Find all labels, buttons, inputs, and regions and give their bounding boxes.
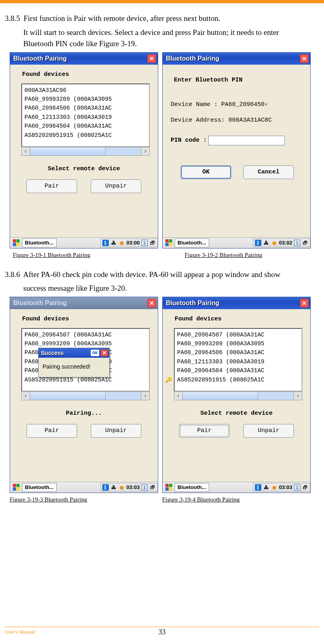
hscrollbar-3[interactable]: ‹ › [21, 391, 150, 400]
scroll-thumb[interactable] [30, 147, 106, 155]
windows-tray-icon[interactable]: 🗗 [302, 484, 308, 491]
pin-code-input[interactable] [208, 136, 285, 145]
svg-rect-15 [169, 487, 172, 491]
unpair-button-4[interactable]: Unpair [243, 424, 294, 438]
scroll-left-icon[interactable]: ‹ [174, 391, 183, 400]
wifi-icon[interactable]: ◉ [118, 240, 125, 246]
network-icon[interactable]: 🖧 [110, 484, 117, 491]
bluetooth-icon[interactable]: ᛒ [102, 240, 109, 246]
popup-ok-button[interactable]: OK [91, 350, 99, 356]
windows-tray-icon[interactable]: 🗗 [302, 240, 308, 246]
scroll-thumb[interactable] [183, 392, 258, 400]
scroll-right-icon[interactable]: › [141, 147, 150, 156]
top-orange-bar [0, 0, 324, 3]
cancel-button[interactable]: Cancel [243, 165, 294, 179]
found-devices-label-1: Found devices [22, 71, 155, 78]
close-button-1[interactable]: ✕ [147, 54, 156, 63]
svg-rect-9 [16, 484, 20, 487]
select-remote-label-4: Select remote device [166, 410, 307, 417]
device-item[interactable]: PA60_20964506 (000A3A31AC [24, 104, 149, 112]
hscrollbar-1[interactable]: ‹ › [21, 147, 150, 156]
scroll-track[interactable] [30, 147, 141, 156]
device-item[interactable]: AS852020951915 (008025A1C [177, 375, 302, 384]
svg-rect-6 [165, 243, 169, 246]
start-icon[interactable] [164, 238, 174, 247]
tray-2: ᛒ 🖧 ◉ 03:02 1 🗗 [253, 238, 310, 247]
bluetooth-icon[interactable]: ᛒ [102, 484, 109, 491]
input-indicator-icon[interactable]: 1 [294, 484, 300, 491]
figures-row-2: Bluetooth Pairing ✕ Found devices PA60_2… [10, 297, 319, 503]
hscrollbar-4[interactable]: ‹ › [174, 391, 302, 400]
device-item[interactable]: 000A3A31AC96 [24, 86, 149, 95]
device-list-4[interactable]: PA60_20964507 (000A3A31AC PA60_99993209 … [174, 328, 302, 391]
caption-1: Figure 3-19-1 Bluetooth Pairing [13, 252, 158, 259]
network-icon[interactable]: 🖧 [263, 240, 269, 246]
taskbar-task-3[interactable]: Bluetooth... [22, 483, 57, 492]
device-item[interactable]: PA60_99993209 (000A3A3095 [24, 95, 149, 104]
scroll-track[interactable] [183, 391, 293, 400]
clock-2: 03:02 [279, 240, 292, 246]
network-icon[interactable]: 🖧 [263, 484, 269, 491]
clock-1: 03:00 [126, 240, 140, 246]
pair-button-3[interactable]: Pair [26, 424, 77, 438]
titlebar-3-inactive: Bluetooth Pairing ✕ [10, 297, 158, 309]
pair-button-1[interactable]: Pair [26, 179, 77, 193]
start-icon[interactable] [12, 483, 21, 492]
device-item[interactable]: PA60_12113303 (000A3A3019 [24, 113, 149, 122]
success-popup: Success OK ✕ Pairing succeeded! [38, 348, 110, 377]
input-indicator-icon[interactable]: 1 [141, 240, 148, 246]
device-item[interactable]: PA60_20964504 (000A3A31AC [24, 122, 149, 130]
ok-button[interactable]: OK [181, 165, 231, 179]
wifi-icon[interactable]: ◉ [271, 484, 277, 491]
scroll-track[interactable] [30, 391, 141, 400]
clock-3: 03:03 [126, 484, 140, 490]
pair-button-4[interactable]: Pair [179, 424, 230, 438]
device-item[interactable]: PA60_20964504 (000A3A31AC [177, 366, 302, 375]
titlebar-4: Bluetooth Pairing ✕ [163, 297, 310, 309]
device-item[interactable]: PA60_12113303 (000A3A3019 [177, 357, 302, 366]
device-item[interactable]: AS852020951915 (008025A1C [24, 131, 149, 140]
section-385-line3: Bluetooth PIN code like Figure 3-19. [23, 38, 319, 50]
device-list-1[interactable]: 000A3A31AC96 PA60_99993209 (000A3A3095 P… [21, 84, 150, 147]
svg-rect-4 [165, 239, 169, 243]
bluetooth-icon[interactable]: ᛒ [255, 240, 261, 246]
taskbar-task-1[interactable]: Bluetooth... [22, 238, 57, 247]
select-remote-label-1: Select remote device [13, 165, 155, 172]
unpair-button-1[interactable]: Unpair [91, 179, 141, 193]
caption-3: Figure 3-19-3 Bluetooth Pairing [10, 496, 158, 503]
scroll-thumb[interactable] [30, 392, 106, 400]
scroll-right-icon[interactable]: › [293, 391, 302, 400]
input-indicator-icon[interactable]: 1 [294, 240, 300, 246]
input-indicator-icon[interactable]: 1 [141, 484, 148, 491]
found-devices-label-3: Found devices [22, 316, 155, 322]
device-item[interactable]: PA60_99993209 (000A3A3095 [24, 339, 149, 348]
bluetooth-icon[interactable]: ᛒ [255, 484, 261, 491]
unpair-button-3[interactable]: Unpair [91, 424, 141, 438]
scroll-left-icon[interactable]: ‹ [21, 147, 30, 156]
enter-pin-label: Enter Bluetooth PIN [174, 77, 304, 84]
start-icon[interactable] [12, 238, 21, 247]
start-icon[interactable] [164, 483, 174, 492]
pairing-status-label: Pairing... [13, 410, 155, 417]
device-item[interactable]: PA60_20964507 (000A3A31AC [24, 330, 149, 339]
device-name-value: PA60_2096450‹ [221, 101, 268, 108]
scroll-right-icon[interactable]: › [141, 391, 150, 400]
taskbar-task-2[interactable]: Bluetooth... [175, 238, 209, 247]
device-name-label: Device Name : [171, 101, 221, 108]
wifi-icon[interactable]: ◉ [118, 484, 125, 491]
close-button-2[interactable]: ✕ [300, 54, 309, 63]
popup-close-button[interactable]: ✕ [101, 349, 108, 357]
device-item[interactable]: PA60_20964506 (000A3A31AC [177, 348, 302, 357]
windows-tray-icon[interactable]: 🗗 [149, 240, 156, 246]
device-item[interactable]: PA60_20964507 (000A3A31AC [177, 330, 302, 339]
close-button-3[interactable]: ✕ [147, 299, 156, 308]
device-address-label: Device Address: [171, 117, 228, 124]
network-icon[interactable]: 🖧 [110, 240, 117, 246]
scroll-left-icon[interactable]: ‹ [21, 391, 30, 400]
windows-tray-icon[interactable]: 🗗 [149, 484, 156, 491]
taskbar-task-4[interactable]: Bluetooth... [175, 483, 209, 492]
device-item[interactable]: PA60_99993209 (000A3A3095 [177, 339, 302, 348]
wifi-icon[interactable]: ◉ [271, 240, 277, 246]
close-button-4[interactable]: ✕ [300, 299, 309, 308]
section-386-line1: 3.8.6 After PA-60 check pin code with de… [5, 269, 319, 281]
